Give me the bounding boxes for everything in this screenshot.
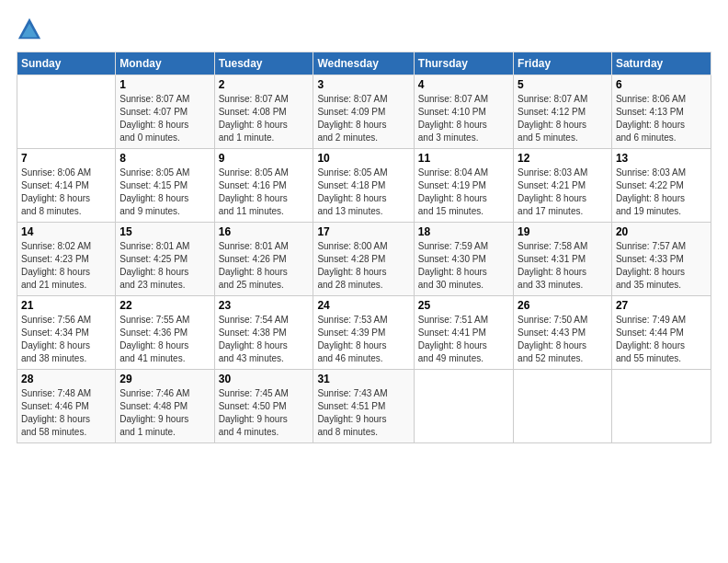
day-info: Sunrise: 8:01 AM Sunset: 4:26 PM Dayligh… (219, 240, 310, 292)
day-info: Sunrise: 7:54 AM Sunset: 4:38 PM Dayligh… (219, 314, 310, 365)
day-cell: 28Sunrise: 7:48 AM Sunset: 4:46 PM Dayli… (17, 370, 116, 443)
day-info: Sunrise: 8:07 AM Sunset: 4:07 PM Dayligh… (119, 93, 210, 144)
day-number: 31 (317, 373, 409, 385)
day-cell: 17Sunrise: 8:00 AM Sunset: 4:28 PM Dayli… (313, 223, 414, 296)
day-number: 6 (616, 78, 707, 91)
day-cell: 11Sunrise: 8:04 AM Sunset: 4:19 PM Dayli… (414, 149, 513, 223)
day-cell: 30Sunrise: 7:45 AM Sunset: 4:50 PM Dayli… (214, 370, 313, 443)
week-row-3: 14Sunrise: 8:02 AM Sunset: 4:23 PM Dayli… (17, 223, 711, 296)
week-row-2: 7Sunrise: 8:06 AM Sunset: 4:14 PM Daylig… (17, 149, 711, 223)
day-cell: 13Sunrise: 8:03 AM Sunset: 4:22 PM Dayli… (611, 149, 711, 223)
day-cell: 22Sunrise: 7:55 AM Sunset: 4:36 PM Dayli… (116, 296, 214, 370)
day-info: Sunrise: 8:07 AM Sunset: 4:09 PM Dayligh… (317, 93, 409, 144)
day-info: Sunrise: 7:43 AM Sunset: 4:51 PM Dayligh… (317, 387, 409, 439)
page-container: SundayMondayTuesdayWednesdayThursdayFrid… (0, 0, 728, 453)
day-number: 15 (119, 225, 210, 238)
day-number: 28 (21, 373, 111, 385)
day-info: Sunrise: 7:55 AM Sunset: 4:36 PM Dayligh… (119, 314, 210, 365)
calendar-header-row: SundayMondayTuesdayWednesdayThursdayFrid… (17, 52, 711, 75)
day-number: 12 (518, 152, 608, 165)
day-cell: 9Sunrise: 8:05 AM Sunset: 4:16 PM Daylig… (214, 149, 313, 223)
day-number: 1 (119, 78, 210, 91)
day-info: Sunrise: 8:06 AM Sunset: 4:13 PM Dayligh… (616, 93, 707, 144)
day-cell: 12Sunrise: 8:03 AM Sunset: 4:21 PM Dayli… (514, 149, 612, 223)
logo (17, 17, 46, 42)
day-number: 21 (21, 299, 111, 312)
day-info: Sunrise: 7:56 AM Sunset: 4:34 PM Dayligh… (21, 314, 111, 365)
day-cell: 4Sunrise: 8:07 AM Sunset: 4:10 PM Daylig… (414, 75, 513, 149)
col-header-monday: Monday (116, 52, 214, 75)
day-number: 25 (418, 299, 509, 312)
day-info: Sunrise: 8:07 AM Sunset: 4:10 PM Dayligh… (418, 93, 509, 144)
col-header-saturday: Saturday (611, 52, 711, 75)
day-number: 18 (418, 225, 509, 238)
day-cell: 21Sunrise: 7:56 AM Sunset: 4:34 PM Dayli… (17, 296, 116, 370)
week-row-5: 28Sunrise: 7:48 AM Sunset: 4:46 PM Dayli… (17, 370, 711, 443)
day-info: Sunrise: 7:58 AM Sunset: 4:31 PM Dayligh… (518, 240, 608, 292)
col-header-tuesday: Tuesday (214, 52, 313, 75)
day-cell: 29Sunrise: 7:46 AM Sunset: 4:48 PM Dayli… (116, 370, 214, 443)
day-number: 9 (219, 152, 310, 165)
day-number: 24 (317, 299, 409, 312)
day-info: Sunrise: 7:53 AM Sunset: 4:39 PM Dayligh… (317, 314, 409, 365)
day-info: Sunrise: 7:46 AM Sunset: 4:48 PM Dayligh… (119, 387, 210, 439)
day-info: Sunrise: 8:03 AM Sunset: 4:21 PM Dayligh… (518, 167, 608, 218)
day-info: Sunrise: 7:51 AM Sunset: 4:41 PM Dayligh… (418, 314, 509, 365)
day-info: Sunrise: 8:04 AM Sunset: 4:19 PM Dayligh… (418, 167, 509, 218)
day-info: Sunrise: 8:07 AM Sunset: 4:08 PM Dayligh… (219, 93, 310, 144)
day-cell: 19Sunrise: 7:58 AM Sunset: 4:31 PM Dayli… (514, 223, 612, 296)
day-info: Sunrise: 7:49 AM Sunset: 4:44 PM Dayligh… (616, 314, 707, 365)
day-number: 10 (317, 152, 409, 165)
day-cell: 7Sunrise: 8:06 AM Sunset: 4:14 PM Daylig… (17, 149, 116, 223)
day-number: 20 (616, 225, 707, 238)
day-number: 26 (518, 299, 608, 312)
day-cell: 3Sunrise: 8:07 AM Sunset: 4:09 PM Daylig… (313, 75, 414, 149)
day-info: Sunrise: 7:59 AM Sunset: 4:30 PM Dayligh… (418, 240, 509, 292)
page-header (17, 17, 711, 42)
day-number: 2 (219, 78, 310, 91)
day-info: Sunrise: 8:03 AM Sunset: 4:22 PM Dayligh… (616, 167, 707, 218)
day-number: 27 (616, 299, 707, 312)
day-number: 22 (119, 299, 210, 312)
day-cell: 27Sunrise: 7:49 AM Sunset: 4:44 PM Dayli… (611, 296, 711, 370)
day-cell: 1Sunrise: 8:07 AM Sunset: 4:07 PM Daylig… (116, 75, 214, 149)
day-number: 23 (219, 299, 310, 312)
day-cell: 2Sunrise: 8:07 AM Sunset: 4:08 PM Daylig… (214, 75, 313, 149)
day-number: 17 (317, 225, 409, 238)
day-cell: 5Sunrise: 8:07 AM Sunset: 4:12 PM Daylig… (514, 75, 612, 149)
day-number: 7 (21, 152, 111, 165)
day-info: Sunrise: 8:02 AM Sunset: 4:23 PM Dayligh… (21, 240, 111, 292)
day-cell: 10Sunrise: 8:05 AM Sunset: 4:18 PM Dayli… (313, 149, 414, 223)
day-cell: 15Sunrise: 8:01 AM Sunset: 4:25 PM Dayli… (116, 223, 214, 296)
col-header-sunday: Sunday (17, 52, 116, 75)
day-number: 16 (219, 225, 310, 238)
col-header-friday: Friday (514, 52, 612, 75)
day-cell: 16Sunrise: 8:01 AM Sunset: 4:26 PM Dayli… (214, 223, 313, 296)
day-info: Sunrise: 8:07 AM Sunset: 4:12 PM Dayligh… (518, 93, 608, 144)
day-cell (514, 370, 612, 443)
calendar-table: SundayMondayTuesdayWednesdayThursdayFrid… (17, 52, 711, 443)
day-number: 19 (518, 225, 608, 238)
day-cell: 6Sunrise: 8:06 AM Sunset: 4:13 PM Daylig… (611, 75, 711, 149)
day-cell: 8Sunrise: 8:05 AM Sunset: 4:15 PM Daylig… (116, 149, 214, 223)
day-number: 13 (616, 152, 707, 165)
col-header-thursday: Thursday (414, 52, 513, 75)
day-cell: 20Sunrise: 7:57 AM Sunset: 4:33 PM Dayli… (611, 223, 711, 296)
day-cell: 23Sunrise: 7:54 AM Sunset: 4:38 PM Dayli… (214, 296, 313, 370)
day-info: Sunrise: 8:06 AM Sunset: 4:14 PM Dayligh… (21, 167, 111, 218)
day-cell: 31Sunrise: 7:43 AM Sunset: 4:51 PM Dayli… (313, 370, 414, 443)
day-number: 8 (119, 152, 210, 165)
day-number: 30 (219, 373, 310, 385)
day-number: 3 (317, 78, 409, 91)
day-number: 5 (518, 78, 608, 91)
day-number: 4 (418, 78, 509, 91)
day-info: Sunrise: 8:05 AM Sunset: 4:15 PM Dayligh… (119, 167, 210, 218)
week-row-4: 21Sunrise: 7:56 AM Sunset: 4:34 PM Dayli… (17, 296, 711, 370)
day-cell (414, 370, 513, 443)
day-cell: 26Sunrise: 7:50 AM Sunset: 4:43 PM Dayli… (514, 296, 612, 370)
day-number: 14 (21, 225, 111, 238)
day-cell: 25Sunrise: 7:51 AM Sunset: 4:41 PM Dayli… (414, 296, 513, 370)
day-info: Sunrise: 7:50 AM Sunset: 4:43 PM Dayligh… (518, 314, 608, 365)
day-info: Sunrise: 8:00 AM Sunset: 4:28 PM Dayligh… (317, 240, 409, 292)
day-cell (17, 75, 116, 149)
